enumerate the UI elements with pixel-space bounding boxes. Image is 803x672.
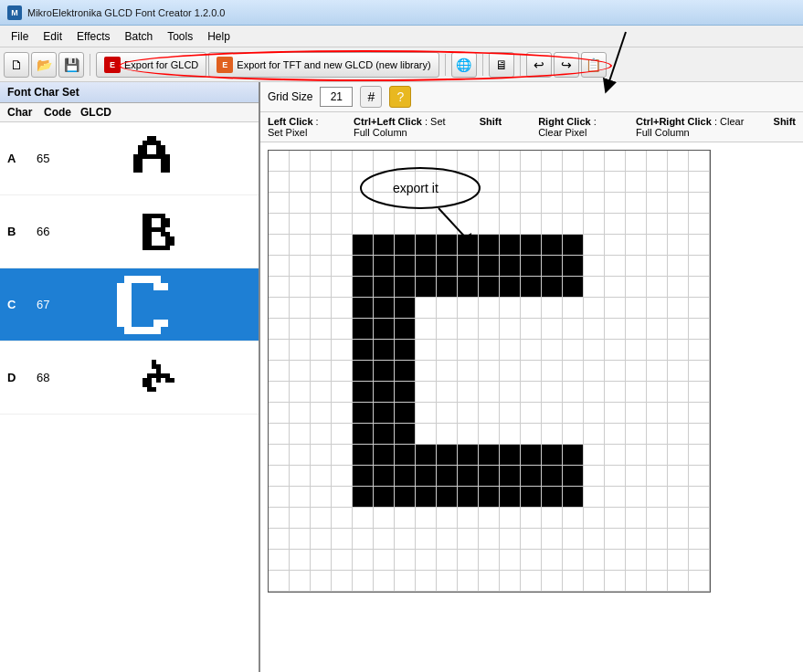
pixel-6-9[interactable] [458,277,479,298]
pixel-10-20[interactable] [689,361,710,382]
pixel-16-6[interactable] [395,487,416,508]
pixel-11-18[interactable] [647,382,668,403]
pixel-2-14[interactable] [563,193,584,214]
pixel-14-12[interactable] [521,445,542,466]
pixel-20-5[interactable] [374,571,395,592]
pixel-1-9[interactable] [458,172,479,193]
pixel-1-10[interactable] [479,172,500,193]
pixel-10-18[interactable] [647,361,668,382]
pixel-19-1[interactable] [290,550,311,571]
globe-button[interactable]: 🌐 [451,52,477,78]
pixel-17-14[interactable] [563,508,584,529]
pixel-18-12[interactable] [521,529,542,550]
pixel-5-3[interactable] [332,256,353,277]
pixel-18-0[interactable] [269,529,290,550]
pixel-19-14[interactable] [563,550,584,571]
pixel-13-16[interactable] [605,424,626,445]
pixel-7-17[interactable] [626,298,647,319]
pixel-4-14[interactable] [563,235,584,256]
pixel-7-6[interactable] [395,298,416,319]
pixel-19-13[interactable] [542,550,563,571]
pixel-3-13[interactable] [542,214,563,235]
pixel-7-7[interactable] [416,298,437,319]
pixel-16-3[interactable] [332,487,353,508]
pixel-6-8[interactable] [437,277,458,298]
pixel-5-6[interactable] [395,256,416,277]
pixel-16-8[interactable] [437,487,458,508]
pixel-12-3[interactable] [332,403,353,424]
pixel-20-12[interactable] [521,571,542,592]
pixel-5-19[interactable] [668,256,689,277]
open-button[interactable]: 📂 [31,52,57,78]
pixel-6-11[interactable] [500,277,521,298]
pixel-11-10[interactable] [479,382,500,403]
pixel-0-12[interactable] [521,151,542,172]
pixel-7-14[interactable] [563,298,584,319]
pixel-2-4[interactable] [353,193,374,214]
pixel-10-5[interactable] [374,361,395,382]
pixel-8-3[interactable] [332,319,353,340]
pixel-8-8[interactable] [437,319,458,340]
pixel-14-0[interactable] [269,445,290,466]
pixel-7-9[interactable] [458,298,479,319]
pixel-18-1[interactable] [290,529,311,550]
pixel-13-3[interactable] [332,424,353,445]
pixel-11-5[interactable] [374,382,395,403]
pixel-4-18[interactable] [647,235,668,256]
pixel-2-10[interactable] [479,193,500,214]
pixel-8-15[interactable] [584,319,605,340]
pixel-13-5[interactable] [374,424,395,445]
pixel-0-20[interactable] [689,151,710,172]
pixel-1-3[interactable] [332,172,353,193]
pixel-15-1[interactable] [290,466,311,487]
pixel-9-11[interactable] [500,340,521,361]
pixel-20-16[interactable] [605,571,626,592]
pixel-12-16[interactable] [605,403,626,424]
pixel-3-1[interactable] [290,214,311,235]
pixel-1-18[interactable] [647,172,668,193]
pixel-9-6[interactable] [395,340,416,361]
pixel-14-14[interactable] [563,445,584,466]
pixel-0-2[interactable] [311,151,332,172]
pixel-9-2[interactable] [311,340,332,361]
pixel-3-20[interactable] [689,214,710,235]
pixel-6-19[interactable] [668,277,689,298]
pixel-8-10[interactable] [479,319,500,340]
help-icon-button[interactable]: ? [389,86,411,108]
pixel-19-10[interactable] [479,550,500,571]
pixel-20-11[interactable] [500,571,521,592]
pixel-20-18[interactable] [647,571,668,592]
pixel-16-1[interactable] [290,487,311,508]
pixel-12-18[interactable] [647,403,668,424]
pixel-14-9[interactable] [458,445,479,466]
pixel-16-12[interactable] [521,487,542,508]
pixel-18-6[interactable] [395,529,416,550]
pixel-15-13[interactable] [542,466,563,487]
pixel-15-8[interactable] [437,466,458,487]
pixel-12-0[interactable] [269,403,290,424]
pixel-9-9[interactable] [458,340,479,361]
pixel-9-18[interactable] [647,340,668,361]
pixel-17-12[interactable] [521,508,542,529]
pixel-15-12[interactable] [521,466,542,487]
grid-icon-button[interactable]: # [360,86,382,108]
pixel-12-2[interactable] [311,403,332,424]
pixel-17-5[interactable] [374,508,395,529]
pixel-2-3[interactable] [332,193,353,214]
pixel-8-20[interactable] [689,319,710,340]
pixel-20-4[interactable] [353,571,374,592]
pixel-20-1[interactable] [290,571,311,592]
pixel-4-1[interactable] [290,235,311,256]
pixel-16-10[interactable] [479,487,500,508]
pixel-10-14[interactable] [563,361,584,382]
pixel-11-16[interactable] [605,382,626,403]
pixel-5-12[interactable] [521,256,542,277]
pixel-13-4[interactable] [353,424,374,445]
pixel-3-14[interactable] [563,214,584,235]
pixel-6-1[interactable] [290,277,311,298]
pixel-10-11[interactable] [500,361,521,382]
pixel-18-14[interactable] [563,529,584,550]
pixel-10-7[interactable] [416,361,437,382]
pixel-19-7[interactable] [416,550,437,571]
pixel-4-20[interactable] [689,235,710,256]
